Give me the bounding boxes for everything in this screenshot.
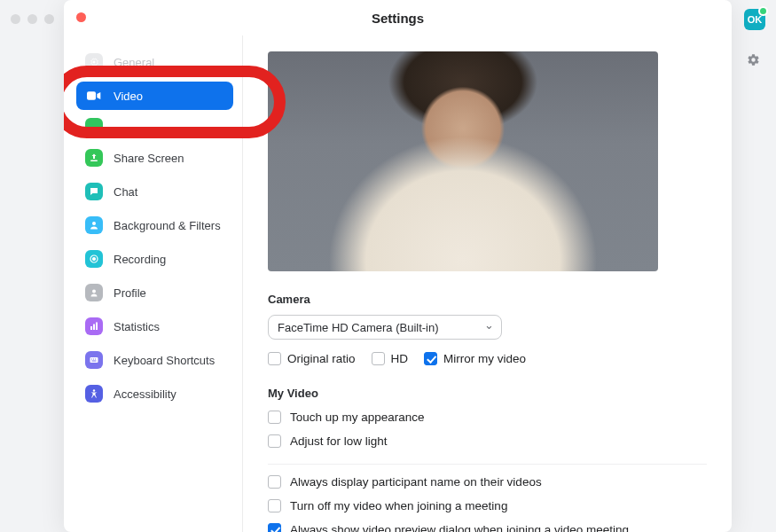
low-light-label: Adjust for low light (290, 434, 388, 448)
display-name-checkbox[interactable] (268, 475, 281, 489)
video-icon (85, 87, 103, 105)
svg-point-15 (93, 389, 95, 391)
gear-icon[interactable] (747, 53, 760, 66)
sidebar-item-label: Recording (114, 253, 166, 266)
record-icon (85, 250, 103, 268)
mirror-checkbox[interactable] (424, 352, 437, 365)
display-name-label: Always display participant name on their… (290, 475, 542, 489)
profile-icon (85, 284, 103, 301)
svg-rect-13 (95, 359, 96, 360)
sidebar-item-share-screen[interactable]: Share Screen (76, 144, 233, 172)
svg-rect-10 (90, 357, 98, 363)
my-video-section-label: My Video (268, 387, 707, 400)
camera-section-label: Camera (268, 293, 707, 306)
turn-off-video-label: Turn off my video when joining a meeting (290, 499, 507, 512)
sidebar-item-label: Keyboard Shortcuts (114, 354, 215, 367)
sidebar-item-recording[interactable]: Recording (76, 245, 233, 273)
sidebar-item-statistics[interactable]: Statistics (76, 312, 233, 340)
svg-rect-2 (90, 160, 98, 162)
settings-window: Settings General Video (64, 0, 732, 532)
svg-rect-9 (96, 323, 98, 331)
touch-up-checkbox[interactable] (268, 411, 281, 424)
person-icon (85, 216, 103, 234)
sidebar-item-label: Background & Filters (114, 219, 221, 232)
divider (268, 464, 707, 465)
audio-icon (85, 118, 103, 136)
sidebar-item-accessibility[interactable]: Accessibility (76, 379, 233, 408)
sidebar-item-label: Video (114, 90, 143, 103)
sidebar-item-keyboard-shortcuts[interactable]: Keyboard Shortcuts (76, 346, 233, 374)
svg-rect-8 (93, 325, 95, 331)
sidebar-item-label: Share Screen (114, 152, 184, 165)
sidebar-item-label: Statistics (114, 320, 160, 333)
camera-preview (268, 51, 658, 271)
camera-select[interactable]: FaceTime HD Camera (Built-in) (268, 315, 502, 340)
svg-point-0 (93, 61, 96, 64)
share-screen-icon (85, 149, 103, 167)
user-avatar-badge[interactable]: OK (744, 9, 765, 30)
window-title: Settings (372, 11, 424, 26)
sidebar-item-chat[interactable]: Chat (76, 177, 233, 206)
sidebar-item-audio[interactable] (76, 115, 233, 138)
svg-rect-1 (87, 91, 96, 99)
mac-traffic-lights (11, 14, 54, 24)
sidebar-item-label: Chat (114, 185, 137, 199)
svg-rect-11 (91, 359, 92, 360)
svg-rect-14 (92, 361, 97, 362)
original-ratio-label: Original ratio (287, 352, 356, 365)
sidebar-item-background-filters[interactable]: Background & Filters (76, 211, 233, 239)
hd-label: HD (391, 352, 409, 365)
gear-icon (85, 53, 103, 71)
svg-point-5 (93, 258, 96, 261)
sidebar-item-label: Accessibility (114, 387, 176, 401)
sidebar-item-profile[interactable]: Profile (76, 278, 233, 307)
bars-icon (85, 317, 103, 335)
sidebar-item-video[interactable]: Video (76, 82, 233, 110)
video-preview-label: Always show video preview dialog when jo… (290, 523, 629, 532)
touch-up-label: Touch up my appearance (290, 411, 425, 424)
sidebar-item-label: General (114, 56, 154, 69)
svg-rect-7 (90, 326, 92, 330)
settings-sidebar: General Video Share Screen (64, 35, 243, 532)
svg-rect-12 (93, 359, 94, 360)
titlebar: Settings (64, 0, 732, 35)
sidebar-item-general[interactable]: General (76, 48, 233, 76)
low-light-checkbox[interactable] (268, 434, 281, 448)
chat-icon (85, 183, 103, 200)
svg-point-6 (92, 290, 96, 293)
accessibility-icon (85, 385, 103, 403)
settings-content: Camera FaceTime HD Camera (Built-in) Ori… (243, 35, 732, 532)
svg-point-3 (92, 222, 96, 225)
video-preview-checkbox[interactable] (268, 523, 281, 532)
keyboard-icon (85, 351, 103, 369)
close-icon[interactable] (76, 12, 86, 22)
mirror-label: Mirror my video (443, 352, 526, 365)
original-ratio-checkbox[interactable] (268, 352, 281, 365)
sidebar-item-label: Profile (114, 286, 146, 300)
turn-off-video-checkbox[interactable] (268, 499, 281, 512)
hd-checkbox[interactable] (372, 352, 385, 365)
